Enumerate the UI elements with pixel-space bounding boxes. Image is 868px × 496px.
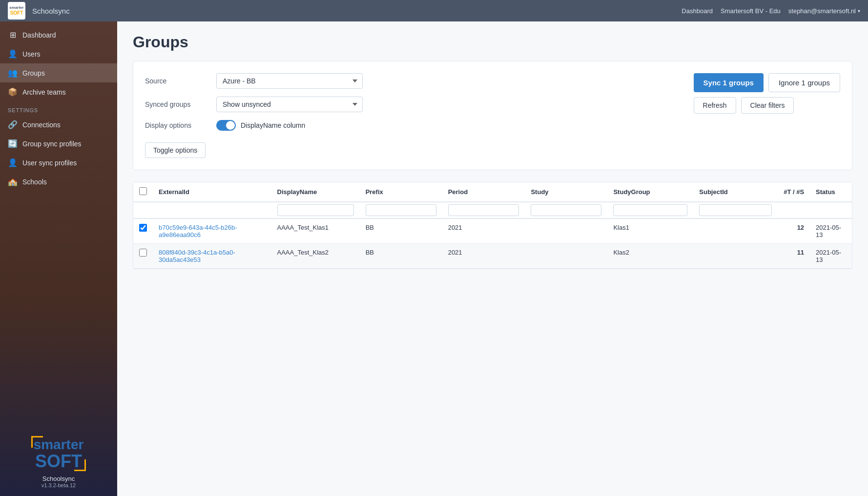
external-id-cell: 808f840d-39c3-4c1a-b5a0-30da5ac43e53	[153, 244, 271, 269]
col-header-period: Period	[442, 182, 525, 202]
col-header-prefix: Prefix	[360, 182, 442, 202]
external-id-cell: b70c59e9-643a-44c5-b26b-a9e86eaa90c6	[153, 218, 271, 244]
logo-area: smarter SOFT Schoolsync	[8, 2, 70, 20]
app-name: Schoolsync	[32, 7, 70, 15]
filter-study-input[interactable]	[531, 204, 601, 216]
ht-cell: 11	[778, 244, 810, 269]
bracket-br	[74, 459, 86, 471]
sidebar-nav: ⊞ Dashboard 👤 Users 👥 Groups 📦 Archive t…	[0, 21, 117, 426]
toggle-options-row: Toggle options	[145, 139, 678, 158]
filter-display-name-input[interactable]	[277, 204, 354, 216]
clear-filters-button[interactable]: Clear filters	[741, 97, 794, 114]
col-header-subject-id: SubjectId	[693, 182, 778, 202]
sidebar-item-archive-teams[interactable]: 📦 Archive teams	[0, 82, 117, 101]
status-cell: 2021-05-13	[810, 218, 852, 244]
study-group-cell: Klas1	[607, 218, 693, 244]
action-panel: Sync 1 groups Ignore 1 groups Refresh Cl…	[694, 73, 840, 114]
footer-app-name: Schoolsync	[42, 475, 75, 482]
study-group-cell: Klas2	[607, 244, 693, 269]
filter-cell-prefix	[360, 202, 442, 218]
sidebar-item-group-sync-profiles[interactable]: 🔄 Group sync profiles	[0, 134, 117, 153]
sync-groups-button[interactable]: Sync 1 groups	[694, 73, 764, 92]
settings-section-label: SETTINGS	[0, 101, 117, 115]
col-header-study: Study	[525, 182, 607, 202]
secondary-actions-row: Refresh Clear filters	[694, 97, 794, 114]
sidebar-item-user-sync-profiles[interactable]: 👤 User sync profiles	[0, 153, 117, 172]
filter-form: Source Azure - BBAzure - Other Synced gr…	[145, 73, 678, 158]
sidebar-item-label: Group sync profiles	[22, 140, 82, 148]
filter-cell-external-id	[153, 202, 271, 218]
select-all-checkbox[interactable]	[139, 187, 147, 195]
ignore-groups-button[interactable]: Ignore 1 groups	[768, 73, 840, 92]
footer-version: v1.3.2-beta.12	[41, 482, 76, 488]
sidebar-footer-logo: smarter SOFT	[29, 434, 88, 473]
sidebar-item-schools[interactable]: 🏫 Schools	[0, 172, 117, 191]
users-icon: 👤	[8, 49, 18, 59]
filter-prefix-input[interactable]	[366, 204, 436, 216]
filter-period-input[interactable]	[448, 204, 519, 216]
filter-study-group-input[interactable]	[613, 204, 687, 216]
synced-groups-label: Synced groups	[145, 100, 208, 108]
filter-cell-subject-id	[693, 202, 778, 218]
row-checkbox-cell	[133, 218, 153, 244]
subject-id-cell	[693, 218, 778, 244]
archive-icon: 📦	[8, 87, 18, 97]
toggle-label: DisplayName column	[241, 121, 305, 129]
sidebar-item-label: Connections	[22, 121, 61, 129]
col-header-display-name: DisplayName	[271, 182, 360, 202]
toggle-options-button[interactable]: Toggle options	[145, 142, 206, 158]
filter-cell-checkbox	[133, 202, 153, 218]
chevron-down-icon: ▾	[858, 8, 860, 14]
connections-icon: 🔗	[8, 120, 18, 129]
filter-cell-display-name	[271, 202, 360, 218]
sidebar-item-dashboard[interactable]: ⊞ Dashboard	[0, 25, 117, 44]
column-filter-row	[133, 202, 852, 218]
sidebar-item-users[interactable]: 👤 Users	[0, 44, 117, 63]
sidebar-item-label: Schools	[22, 178, 47, 186]
main-content: Groups Source Azure - BBAzure - Other Sy…	[117, 21, 868, 496]
filter-cell-status	[810, 202, 852, 218]
row-checkbox-cell	[133, 244, 153, 269]
row-checkbox[interactable]	[139, 224, 147, 232]
page-title: Groups	[133, 33, 852, 51]
dashboard-icon: ⊞	[8, 30, 18, 40]
sidebar-item-connections[interactable]: 🔗 Connections	[0, 115, 117, 134]
sidebar-item-label: Users	[22, 50, 41, 58]
topnav-right: Dashboard Smartersoft BV - Edu stephan@s…	[682, 7, 860, 15]
row-checkbox[interactable]	[139, 249, 147, 257]
source-select[interactable]: Azure - BBAzure - Other	[216, 73, 363, 89]
sidebar-item-label: Groups	[22, 69, 45, 77]
display-options-label: Display options	[145, 121, 208, 129]
toggle-row: DisplayName column	[216, 120, 305, 131]
topnav-org-link[interactable]: Smartersoft BV - Edu	[721, 7, 781, 15]
synced-groups-row: Synced groups Show unsyncedShow syncedSh…	[145, 97, 678, 112]
topnav-dashboard-link[interactable]: Dashboard	[682, 7, 713, 15]
external-id-link[interactable]: 808f840d-39c3-4c1a-b5a0-30da5ac43e53	[159, 249, 235, 263]
study-cell	[525, 218, 607, 244]
refresh-button[interactable]: Refresh	[694, 97, 736, 114]
user-sync-icon: 👤	[8, 158, 18, 167]
prefix-cell: BB	[360, 218, 442, 244]
sidebar-item-label: Dashboard	[22, 31, 56, 39]
table-row[interactable]: 808f840d-39c3-4c1a-b5a0-30da5ac43e53 AAA…	[133, 244, 852, 269]
sidebar-item-groups[interactable]: 👥 Groups	[0, 63, 117, 82]
topnav-user-email[interactable]: stephan@smartersoft.nl ▾	[788, 7, 860, 15]
ht-cell: 12	[778, 218, 810, 244]
external-id-link[interactable]: b70c59e9-643a-44c5-b26b-a9e86eaa90c6	[159, 224, 237, 238]
sidebar: ⊞ Dashboard 👤 Users 👥 Groups 📦 Archive t…	[0, 21, 117, 496]
table-row[interactable]: b70c59e9-643a-44c5-b26b-a9e86eaa90c6 AAA…	[133, 218, 852, 244]
synced-groups-select[interactable]: Show unsyncedShow syncedShow all	[216, 97, 363, 112]
primary-actions-row: Sync 1 groups Ignore 1 groups	[694, 73, 840, 92]
col-header-study-group: StudyGroup	[607, 182, 693, 202]
sidebar-item-label: Archive teams	[22, 88, 66, 96]
status-cell: 2021-05-13	[810, 244, 852, 269]
display-name-toggle[interactable]	[216, 120, 236, 131]
col-header-ht: #T / #S	[778, 182, 810, 202]
table-body: b70c59e9-643a-44c5-b26b-a9e86eaa90c6 AAA…	[133, 218, 852, 269]
filter-subject-id-input[interactable]	[699, 204, 772, 216]
groups-table: ExternalId DisplayName Prefix Period Stu…	[133, 182, 852, 269]
logo-box: smarter SOFT	[8, 2, 25, 20]
period-cell: 2021	[442, 218, 525, 244]
groups-table-wrapper: ExternalId DisplayName Prefix Period Stu…	[133, 182, 852, 269]
filter-cell-study	[525, 202, 607, 218]
